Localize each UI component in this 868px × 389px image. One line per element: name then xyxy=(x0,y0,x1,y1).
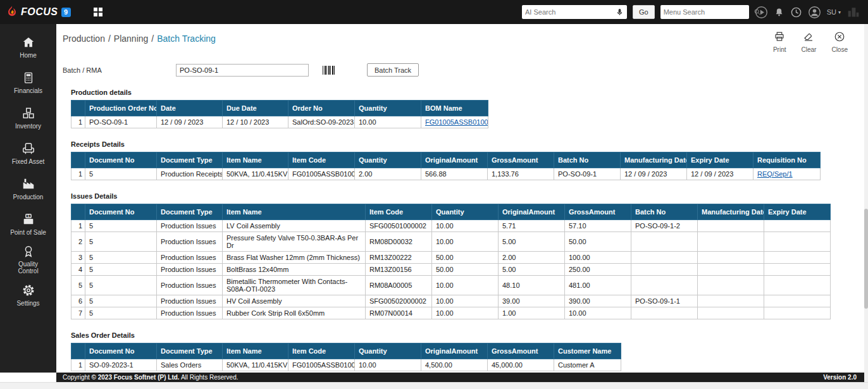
ai-search-box xyxy=(522,5,627,19)
cell: 5.00 xyxy=(499,232,565,252)
cell: RM13Z00156 xyxy=(366,264,432,276)
sidebar-item-quality-control[interactable]: Quality Control xyxy=(0,242,56,277)
cell: 1 xyxy=(71,116,85,128)
table-row[interactable]: 55Production IssuesBimetallic Thermomete… xyxy=(71,276,831,295)
sidebar-item-point-of-sale[interactable]: $ Point of Sale xyxy=(0,206,56,242)
column-header: Order No xyxy=(288,101,355,116)
cell: Customer A xyxy=(554,359,621,371)
cell: 566.88 xyxy=(421,168,488,180)
cell: SalOrd:SO-09-2023-1 xyxy=(288,116,355,128)
sidebar-item-home[interactable]: Home xyxy=(0,29,56,65)
cell: SFG00502000002 xyxy=(366,295,432,307)
chevron-down-icon: ▾ xyxy=(838,9,841,15)
cell: RM07N00014 xyxy=(366,307,432,319)
cell: Production Issues xyxy=(157,232,223,252)
table-row[interactable]: 1SO-09-2023-1Sales Orders50KVA, 11/0.415… xyxy=(71,359,621,371)
sidebar-item-settings[interactable]: Settings xyxy=(0,277,56,312)
print-button[interactable]: Print xyxy=(773,31,786,53)
table-row[interactable]: 35Production IssuesBrass Flat Washer 12m… xyxy=(71,252,831,264)
table-row[interactable]: 45Production IssuesBoltBrass 12x40mmRM13… xyxy=(71,264,831,276)
batch-rma-input[interactable] xyxy=(176,64,309,77)
asset-chair-icon xyxy=(22,142,35,156)
horizontal-scrollbar[interactable] xyxy=(0,382,868,389)
menu-search-input[interactable] xyxy=(664,6,753,18)
cell: 50KVA, 11/0.415KV xyxy=(223,168,288,180)
column-header: Date xyxy=(157,101,223,116)
column-header: Item Name xyxy=(223,152,288,168)
play-icon[interactable] xyxy=(755,6,768,19)
cell: 5.00 xyxy=(499,264,565,276)
barcode-icon[interactable] xyxy=(323,66,335,75)
cell: HV Coil Assembly xyxy=(223,295,366,307)
batch-track-button[interactable]: Batch Track xyxy=(367,63,419,77)
cell: Production Receipts xyxy=(157,168,223,180)
sidebar-item-production[interactable]: Production xyxy=(0,171,56,206)
column-header: Manufacturing Date xyxy=(621,152,687,168)
column-header: Customer Name xyxy=(554,343,621,359)
clear-eraser-icon xyxy=(803,31,814,45)
table-row[interactable]: 65Production IssuesHV Coil AssemblySFG00… xyxy=(71,295,831,307)
medal-icon xyxy=(22,244,35,258)
sidebar-item-fixed-asset[interactable]: Fixed Asset xyxy=(0,135,56,171)
cell: 50.00 xyxy=(432,252,499,264)
cell xyxy=(764,220,831,232)
batch-rma-label: Batch / RMA xyxy=(63,66,176,74)
column-header: Document No xyxy=(85,152,157,168)
cell: 5 xyxy=(85,232,157,252)
notifications-bell-icon[interactable] xyxy=(774,7,784,18)
sidebar-item-inventory[interactable]: Inventory xyxy=(0,100,56,135)
go-button[interactable]: Go xyxy=(633,5,655,19)
apps-grid-icon[interactable] xyxy=(94,8,102,16)
section-title: Sales Order Details xyxy=(71,331,864,339)
cell: 1.00 xyxy=(499,307,565,319)
user-menu[interactable]: SU ▾ xyxy=(827,8,841,16)
cell: PO-SO-09-1 xyxy=(85,116,157,128)
column-header: GrossAmount xyxy=(488,343,554,359)
cell: Production Issues xyxy=(157,276,223,295)
organization-buildings-icon[interactable] xyxy=(846,6,860,18)
cell: Production Issues xyxy=(157,264,223,276)
table-row[interactable]: 75Production IssuesRubber Cork Strip Rol… xyxy=(71,307,831,319)
cell: FG01005ASSB0100123 xyxy=(288,168,355,180)
cell-link[interactable]: FG01005ASSB0100123 xyxy=(425,118,488,126)
cell xyxy=(698,264,764,276)
cell: 2.00 xyxy=(499,252,565,264)
ai-search-input[interactable] xyxy=(525,6,616,18)
sidebar-item-financials[interactable]: Financials xyxy=(0,65,56,100)
app-logo[interactable]: FOCUS 9 xyxy=(0,5,80,19)
cell xyxy=(698,295,764,307)
cell xyxy=(631,276,698,295)
cell: Production Issues xyxy=(157,307,223,319)
svg-text:$: $ xyxy=(27,214,29,218)
mic-icon[interactable] xyxy=(616,8,624,16)
cell: 2.00 xyxy=(355,168,421,180)
sales-order-details-section: Sales Order Details Document NoDocument … xyxy=(71,331,864,371)
vertical-scrollbar[interactable] xyxy=(864,24,868,382)
column-header: OriginalAmount xyxy=(499,204,565,220)
column-header: Due Date xyxy=(223,101,288,116)
column-header: Batch No xyxy=(631,204,698,220)
table-row[interactable]: 15Production Receipts50KVA, 11/0.415KVFG… xyxy=(71,168,821,180)
cell: Rubber Cork Strip Roll 6x50mm xyxy=(223,307,366,319)
user-avatar[interactable] xyxy=(808,6,821,19)
cell xyxy=(698,252,764,264)
clear-button[interactable]: Clear xyxy=(802,31,817,53)
close-button[interactable]: Close xyxy=(831,31,848,53)
cell: SFG00501000002 xyxy=(366,220,432,232)
table-row[interactable]: 1PO-SO-09-112 / 09 / 202312 / 10 / 2023S… xyxy=(71,116,488,128)
section-title: Issues Details xyxy=(71,192,864,200)
column-header: Document Type xyxy=(157,343,223,359)
cell: RM08D00032 xyxy=(366,232,432,252)
table-row[interactable]: 25Production IssuesPressure Safety Valve… xyxy=(71,232,831,252)
breadcrumb-production[interactable]: Production xyxy=(63,34,105,44)
cell: 10.00 xyxy=(432,232,499,252)
column-header: Manufacturing Date xyxy=(698,204,764,220)
cell: 3 xyxy=(71,252,85,264)
history-clock-icon[interactable] xyxy=(790,6,802,18)
page-actions: Print Clear Close xyxy=(773,31,848,53)
column-header: GrossAmount xyxy=(565,204,631,220)
table-row[interactable]: 15Production IssuesLV Coil AssemblySFG00… xyxy=(71,220,831,232)
cell-link[interactable]: REQ/Sep/1 xyxy=(757,170,793,178)
breadcrumb-planning[interactable]: Planning xyxy=(114,34,149,44)
scrollbar-thumb[interactable] xyxy=(864,209,868,309)
